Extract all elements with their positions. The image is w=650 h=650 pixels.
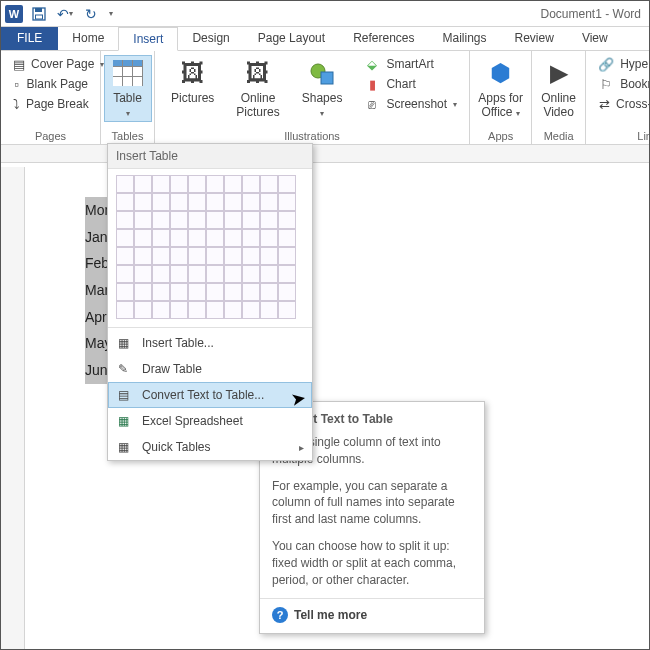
table-button[interactable]: Table▾ bbox=[104, 55, 152, 122]
menu-header: Insert Table bbox=[108, 144, 312, 169]
tab-references[interactable]: References bbox=[339, 27, 428, 50]
quick-access-toolbar: ↶▾ ↻ ▾ bbox=[31, 6, 113, 22]
tab-design[interactable]: Design bbox=[178, 27, 243, 50]
redo-icon[interactable]: ↻ bbox=[83, 6, 99, 22]
window-title: Document1 - Word bbox=[113, 7, 645, 21]
apps-for-office-button[interactable]: ⬢Apps for Office ▾ bbox=[470, 55, 531, 122]
menu-item-label: Convert Text to Table... bbox=[142, 388, 264, 402]
pictures-icon: 🖼 bbox=[177, 57, 209, 89]
cross-reference-button[interactable]: ⇄Cross-reference bbox=[594, 95, 650, 113]
chart-button[interactable]: ▮Chart bbox=[360, 75, 461, 93]
group-pages: ▤Cover Page▾ ▫Blank Page ⤵Page Break Pag… bbox=[1, 51, 101, 144]
tab-review[interactable]: Review bbox=[501, 27, 568, 50]
menu-item-label: Quick Tables bbox=[142, 440, 210, 454]
page-break-button[interactable]: ⤵Page Break bbox=[9, 95, 92, 113]
cross-ref-icon: ⇄ bbox=[598, 96, 610, 112]
chart-icon: ▮ bbox=[364, 76, 380, 92]
table-button-label: Table bbox=[113, 91, 142, 105]
online-video-button[interactable]: ▶Online Video bbox=[533, 55, 584, 122]
menu-draw-table[interactable]: ✎Draw Table bbox=[108, 356, 312, 382]
ribbon: ▤Cover Page▾ ▫Blank Page ⤵Page Break Pag… bbox=[1, 51, 649, 145]
svg-rect-4 bbox=[321, 72, 333, 84]
screenshot-icon: ⎚ bbox=[364, 96, 380, 112]
tab-mailings[interactable]: Mailings bbox=[429, 27, 501, 50]
group-tables: Table▾ Tables bbox=[101, 51, 155, 144]
smartart-button[interactable]: ⬙SmartArt bbox=[360, 55, 461, 73]
cover-page-icon: ▤ bbox=[13, 56, 25, 72]
menu-quick-tables[interactable]: ▦Quick Tables▸ bbox=[108, 434, 312, 460]
save-icon[interactable] bbox=[31, 6, 47, 22]
tab-insert[interactable]: Insert bbox=[118, 27, 178, 51]
convert-icon: ▤ bbox=[114, 387, 132, 403]
video-label: Online Video bbox=[541, 91, 576, 120]
tab-file[interactable]: FILE bbox=[1, 27, 58, 50]
blank-page-button[interactable]: ▫Blank Page bbox=[9, 75, 92, 93]
group-media-label: Media bbox=[532, 130, 585, 142]
smartart-icon: ⬙ bbox=[364, 56, 380, 72]
menu-item-label: Excel Spreadsheet bbox=[142, 414, 243, 428]
chart-label: Chart bbox=[386, 77, 415, 91]
group-pages-label: Pages bbox=[1, 130, 100, 142]
group-links: 🔗Hyperlink ⚐Bookmark ⇄Cross-reference Li… bbox=[586, 51, 650, 144]
video-icon: ▶ bbox=[543, 57, 575, 89]
group-media: ▶Online Video Media bbox=[532, 51, 586, 144]
menu-excel-spreadsheet[interactable]: ▦Excel Spreadsheet bbox=[108, 408, 312, 434]
tab-page-layout[interactable]: Page Layout bbox=[244, 27, 339, 50]
undo-icon[interactable]: ↶▾ bbox=[57, 6, 73, 22]
bookmark-button[interactable]: ⚐Bookmark bbox=[594, 75, 650, 93]
shapes-label: Shapes bbox=[302, 91, 343, 105]
tell-me-more-label: Tell me more bbox=[294, 608, 367, 622]
table-size-grid[interactable] bbox=[108, 169, 312, 325]
group-illustrations: 🖼Pictures 🖼Online Pictures Shapes▾ ⬙Smar… bbox=[155, 51, 470, 144]
group-apps: ⬢Apps for Office ▾ Apps bbox=[470, 51, 532, 144]
menu-convert-text-to-table[interactable]: ▤Convert Text to Table... bbox=[108, 382, 312, 408]
group-apps-label: Apps bbox=[470, 130, 531, 142]
group-illustrations-label: Illustrations bbox=[155, 130, 469, 142]
quick-tables-icon: ▦ bbox=[114, 439, 132, 455]
tab-view[interactable]: View bbox=[568, 27, 622, 50]
horizontal-ruler: 1 2 3 bbox=[1, 145, 649, 163]
hyperlink-icon: 🔗 bbox=[598, 56, 614, 72]
screenshot-label: Screenshot bbox=[386, 97, 447, 111]
menu-insert-table[interactable]: ▦Insert Table... bbox=[108, 330, 312, 356]
tab-home[interactable]: Home bbox=[58, 27, 118, 50]
word-logo-icon: W bbox=[5, 5, 23, 23]
screenshot-button[interactable]: ⎚Screenshot▾ bbox=[360, 95, 461, 113]
chevron-right-icon: ▸ bbox=[299, 442, 304, 453]
ribbon-tabs: FILE Home Insert Design Page Layout Refe… bbox=[1, 27, 649, 51]
table-icon bbox=[112, 57, 144, 89]
excel-icon: ▦ bbox=[114, 413, 132, 429]
page-break-label: Page Break bbox=[26, 97, 89, 111]
draw-table-icon: ✎ bbox=[114, 361, 132, 377]
cover-page-label: Cover Page bbox=[31, 57, 94, 71]
pictures-button[interactable]: 🖼Pictures bbox=[163, 55, 222, 122]
apps-icon: ⬢ bbox=[485, 57, 517, 89]
blank-page-label: Blank Page bbox=[27, 77, 88, 91]
online-pictures-icon: 🖼 bbox=[242, 57, 274, 89]
shapes-button[interactable]: Shapes▾ bbox=[294, 55, 351, 122]
table-dropdown-menu: Insert Table ▦Insert Table... ✎Draw Tabl… bbox=[107, 143, 313, 461]
hyperlink-button[interactable]: 🔗Hyperlink bbox=[594, 55, 650, 73]
online-pictures-button[interactable]: 🖼Online Pictures bbox=[228, 55, 287, 122]
menu-item-label: Draw Table bbox=[142, 362, 202, 376]
cross-ref-label: Cross-reference bbox=[616, 97, 650, 111]
menu-item-label: Insert Table... bbox=[142, 336, 214, 350]
svg-rect-1 bbox=[35, 8, 42, 12]
tooltip-text: For example, you can separate a column o… bbox=[272, 478, 472, 528]
shapes-icon bbox=[306, 57, 338, 89]
pictures-label: Pictures bbox=[171, 91, 214, 105]
group-links-label: Links bbox=[586, 130, 650, 142]
group-tables-label: Tables bbox=[101, 130, 154, 142]
bookmark-label: Bookmark bbox=[620, 77, 650, 91]
tell-me-more-link[interactable]: ?Tell me more bbox=[272, 607, 472, 623]
cover-page-button[interactable]: ▤Cover Page▾ bbox=[9, 55, 92, 73]
tooltip-text: You can choose how to split it up: fixed… bbox=[272, 538, 472, 588]
vertical-ruler bbox=[1, 167, 25, 649]
titlebar: W ↶▾ ↻ ▾ Document1 - Word bbox=[1, 1, 649, 27]
online-pictures-label: Online Pictures bbox=[236, 91, 279, 120]
insert-table-icon: ▦ bbox=[114, 335, 132, 351]
hyperlink-label: Hyperlink bbox=[620, 57, 650, 71]
blank-page-icon: ▫ bbox=[13, 76, 21, 92]
bookmark-icon: ⚐ bbox=[598, 76, 614, 92]
svg-rect-2 bbox=[36, 15, 43, 19]
